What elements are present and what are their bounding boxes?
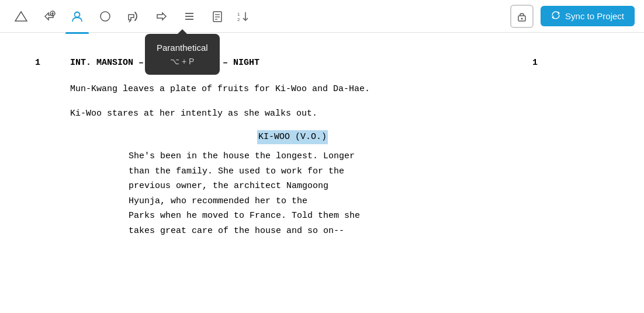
action-line-1: Mun-Kwang leaves a plate of fruits for K… xyxy=(70,82,538,97)
toolbar-right: Sync to Project xyxy=(510,5,635,28)
character-block: KI-WOO (V.O.) She's been in the house th… xyxy=(70,130,538,238)
sync-label: Sync to Project xyxy=(565,11,624,21)
svg-marker-0 xyxy=(15,12,27,21)
tooltip-container: Paranthetical ⌥ + P xyxy=(145,34,220,75)
scene-number-left: 1 xyxy=(35,56,70,70)
tooltip: Paranthetical ⌥ + P xyxy=(145,34,220,75)
sort-button[interactable]: 1 2 xyxy=(234,5,257,28)
tooltip-title: Paranthetical xyxy=(157,41,208,55)
action-button[interactable] xyxy=(37,5,61,28)
script-content: 1 INT. MANSION – DA-HAE'S ROOM – NIGHT 1… xyxy=(35,56,538,238)
parenthetical-button[interactable] xyxy=(122,5,145,28)
scene-number-right: 1 xyxy=(521,56,538,70)
lock-button[interactable] xyxy=(510,5,534,28)
svg-point-17 xyxy=(521,18,523,19)
character-name: KI-WOO (V.O.) xyxy=(257,130,328,144)
svg-point-5 xyxy=(101,12,110,21)
dialogue-button[interactable] xyxy=(94,5,117,28)
action-line-2: Ki-Woo stares at her intently as she wal… xyxy=(70,106,538,121)
sync-button[interactable]: Sync to Project xyxy=(541,6,635,26)
general-button[interactable] xyxy=(178,5,201,28)
scene-heading-row: 1 INT. MANSION – DA-HAE'S ROOM – NIGHT 1 xyxy=(35,56,538,70)
scene-heading: INT. MANSION – DA-HAE'S ROOM – NIGHT xyxy=(70,56,521,70)
dialogue-text: She's been in the house the longest. Lon… xyxy=(129,149,421,238)
character-button[interactable] xyxy=(65,5,89,28)
note-button[interactable] xyxy=(206,5,229,28)
transition-button[interactable] xyxy=(150,5,173,28)
toolbar-icon-group: 1 2 xyxy=(9,5,510,28)
scene-button[interactable] xyxy=(9,5,33,28)
svg-text:2: 2 xyxy=(237,17,240,22)
tooltip-shortcut: ⌥ + P xyxy=(157,55,208,68)
svg-text:1: 1 xyxy=(237,12,240,17)
content-area: 1 INT. MANSION – DA-HAE'S ROOM – NIGHT 1… xyxy=(0,33,644,313)
sync-icon xyxy=(551,11,560,22)
toolbar: 1 2 Sync to Pro xyxy=(0,0,644,33)
